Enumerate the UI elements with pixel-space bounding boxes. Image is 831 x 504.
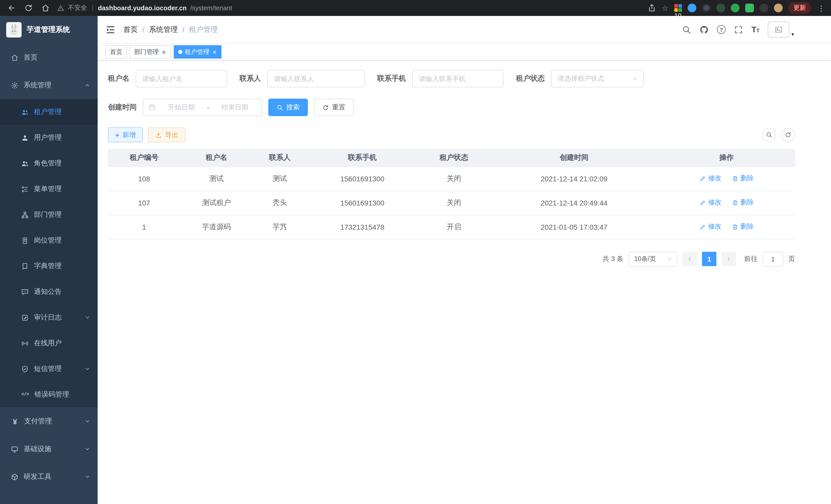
edit-link[interactable]: 修改 xyxy=(699,198,721,207)
menu-tree-icon xyxy=(21,185,29,193)
browser-menu-icon[interactable]: ⋮ xyxy=(816,4,826,12)
sidebar-item-menus[interactable]: 菜单管理 xyxy=(0,176,98,202)
chevron-down-icon xyxy=(632,76,638,82)
shield-icon xyxy=(21,365,29,373)
breadcrumb-system[interactable]: 系统管理 xyxy=(149,25,178,34)
sidebar-item-departments[interactable]: 部门管理 xyxy=(0,202,98,228)
contact-input[interactable] xyxy=(267,70,365,87)
extension-icon-green-circle[interactable] xyxy=(731,4,740,12)
download-icon xyxy=(155,131,162,138)
logo-avatar xyxy=(6,22,22,37)
edit-link[interactable]: 修改 xyxy=(699,174,721,183)
prev-page-button[interactable] xyxy=(683,252,697,266)
edit-icon xyxy=(699,224,706,230)
extension-icon-dark-green[interactable] xyxy=(716,4,725,12)
goto-page-input[interactable] xyxy=(763,251,783,266)
sidebar-item-error-codes[interactable]: </> 错误码管理 xyxy=(0,382,98,407)
extension-icon-ring[interactable] xyxy=(702,4,711,12)
back-icon[interactable] xyxy=(7,4,16,12)
delete-link[interactable]: 删除 xyxy=(732,222,754,232)
page-size-select[interactable]: 10条/页 xyxy=(629,251,677,266)
sidebar-item-dict[interactable]: 字典管理 xyxy=(0,253,98,279)
search-button[interactable]: 搜索 xyxy=(268,99,308,116)
sidebar-item-dev-tools[interactable]: 研发工具 xyxy=(0,463,98,491)
extension-icon-monkey[interactable] xyxy=(774,4,783,12)
sidebar-item-online-users[interactable]: 在线用户 xyxy=(0,330,98,356)
goto-label: 前往 xyxy=(744,254,757,264)
sidebar-item-payment[interactable]: ¥ 支付管理 xyxy=(0,407,98,435)
add-button[interactable]: + 新增 xyxy=(108,127,143,142)
github-icon[interactable] xyxy=(699,25,709,34)
col-tenant-name: 租户名 xyxy=(180,149,253,167)
delete-link[interactable]: 删除 xyxy=(732,198,754,207)
breadcrumb-home[interactable]: 首页 xyxy=(123,25,138,34)
cell-id: 108 xyxy=(108,167,180,190)
chevron-left-icon xyxy=(687,256,693,262)
sidebar-item-tenant[interactable]: 租户管理 xyxy=(0,99,98,125)
cell-name: 测试 xyxy=(180,167,253,190)
close-icon[interactable]: × xyxy=(161,49,166,55)
browser-nav-icons xyxy=(7,4,50,12)
announcement-icon xyxy=(21,288,29,296)
reload-icon[interactable] xyxy=(24,4,33,12)
cell-name: 测试租户 xyxy=(180,190,253,215)
tenant-status-select[interactable]: 请选择租户状态 xyxy=(551,70,644,87)
extension-icon-drop[interactable] xyxy=(688,4,696,12)
hamburger-icon[interactable] xyxy=(105,24,116,35)
sidebar-item-system[interactable]: 系统管理 xyxy=(0,71,98,99)
tenant-name-input[interactable] xyxy=(136,70,227,87)
sidebar-item-posts[interactable]: 岗位管理 xyxy=(0,228,98,253)
help-icon[interactable]: ? xyxy=(717,25,726,34)
tab-home[interactable]: 首页 xyxy=(105,45,127,59)
reset-button[interactable]: 重置 xyxy=(314,99,353,116)
sidebar-item-notice[interactable]: 通知公告 xyxy=(0,279,98,305)
phone-input[interactable] xyxy=(412,70,504,87)
phone-label: 联系手机 xyxy=(377,74,406,83)
tab-department[interactable]: 部门管理 × xyxy=(130,45,171,59)
cell-created: 2021-12-14 20:49:44 xyxy=(490,190,658,215)
browser-update-button[interactable]: 更新 xyxy=(789,2,811,14)
date-range-picker[interactable]: 开始日期 - 结束日期 xyxy=(143,99,262,116)
col-contact: 联系人 xyxy=(253,149,307,167)
bookmark-star-icon[interactable]: ☆ xyxy=(662,4,668,12)
sidebar-item-roles[interactable]: 角色管理 xyxy=(0,151,98,176)
col-actions: 操作 xyxy=(658,149,795,167)
chevron-down-icon xyxy=(84,446,90,452)
refresh-table-button[interactable] xyxy=(781,128,795,142)
cell-id: 1 xyxy=(108,215,180,239)
close-icon[interactable]: × xyxy=(212,49,217,55)
sidebar-item-audit-log[interactable]: 审计日志 xyxy=(0,305,98,330)
extension-icon-green-square[interactable] xyxy=(745,4,754,12)
roles-icon xyxy=(21,159,29,167)
page-number-button[interactable]: 1 xyxy=(702,252,716,266)
address-bar[interactable]: 不安全 dashboard.yudao.iocoder.cn/system/te… xyxy=(57,4,647,12)
search-icon[interactable] xyxy=(682,25,691,34)
app-logo[interactable]: 芋道管理系统 xyxy=(0,16,98,44)
sidebar-item-infrastructure[interactable]: 基础设施 xyxy=(0,435,98,463)
sidebar-item-home[interactable]: 首页 xyxy=(0,44,98,71)
created-time-label: 创建时间 xyxy=(108,103,137,112)
browser-actions: ☆ 10 更新 ⋮ xyxy=(647,2,826,14)
home-icon[interactable] xyxy=(41,4,50,12)
code-icon: </> xyxy=(21,392,29,397)
font-size-icon[interactable]: TT xyxy=(751,25,760,34)
main-area: 首页 / 系统管理 / 租户管理 ? TT ▾ xyxy=(98,16,831,504)
breadcrumb-separator: / xyxy=(142,25,144,34)
extension-icon-collection[interactable]: 10 xyxy=(674,4,682,12)
table-toolbar: + 新增 导出 xyxy=(108,127,795,142)
delete-link[interactable]: 删除 xyxy=(732,174,754,183)
sidebar-item-sms[interactable]: 短信管理 xyxy=(0,356,98,382)
edit-link[interactable]: 修改 xyxy=(699,222,721,232)
sidebar-item-users[interactable]: 用户管理 xyxy=(0,125,98,151)
next-page-button[interactable] xyxy=(721,252,736,266)
export-button[interactable]: 导出 xyxy=(148,127,185,142)
extension-icon-paw[interactable] xyxy=(760,4,768,12)
cell-contact: 芋艿 xyxy=(253,215,307,239)
share-icon[interactable] xyxy=(647,4,656,12)
user-avatar[interactable]: ▾ xyxy=(768,22,794,37)
security-label: 不安全 xyxy=(68,4,87,12)
tab-tenant[interactable]: 租户管理 × xyxy=(173,45,222,59)
toggle-search-button[interactable] xyxy=(762,128,776,142)
fullscreen-icon[interactable] xyxy=(734,25,743,34)
date-end-placeholder: 结束日期 xyxy=(213,103,256,112)
